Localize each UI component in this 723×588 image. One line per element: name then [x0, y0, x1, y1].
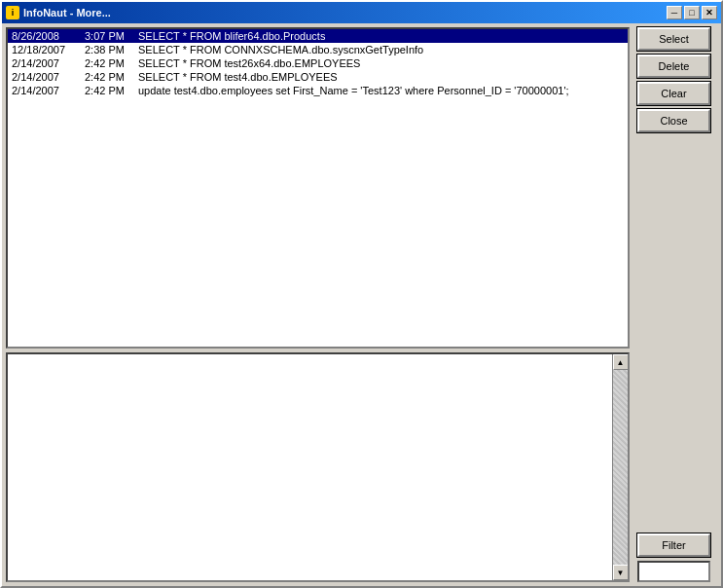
- spacer: [637, 136, 717, 530]
- close-window-button[interactable]: ✕: [702, 6, 717, 19]
- clear-button[interactable]: Clear: [637, 82, 710, 105]
- title-bar-text: i InfoNaut - More...: [6, 6, 111, 19]
- table-row[interactable]: 2/14/20072:42 PMSELECT * FROM test26x64.…: [8, 56, 628, 70]
- filter-input[interactable]: [637, 561, 710, 582]
- scroll-down-button[interactable]: ▼: [613, 565, 629, 580]
- minimize-button[interactable]: ─: [667, 6, 682, 19]
- main-window: i InfoNaut - More... ─ □ ✕ 8/26/20083:07…: [0, 0, 723, 588]
- detail-panel: ▲ ▼: [6, 352, 630, 582]
- sidebar: Select Delete Clear Close Filter: [633, 23, 721, 586]
- row-query: update test4.dbo.employees set First_Nam…: [134, 84, 628, 97]
- row-time: 2:38 PM: [81, 43, 134, 56]
- main-area: 8/26/20083:07 PMSELECT * FROM blifer64.d…: [2, 23, 633, 586]
- row-date: 2/14/2007: [8, 84, 81, 97]
- scroll-up-button[interactable]: ▲: [613, 354, 629, 370]
- row-query: SELECT * FROM test4.dbo.EMPLOYEES: [134, 70, 628, 84]
- app-icon: i: [6, 6, 19, 19]
- row-query: SELECT * FROM CONNXSCHEMA.dbo.syscnxGetT…: [134, 43, 628, 56]
- delete-button[interactable]: Delete: [637, 55, 710, 78]
- row-query: SELECT * FROM test26x64.dbo.EMPLOYEES: [134, 56, 628, 70]
- row-time: 3:07 PM: [81, 29, 134, 43]
- row-query: SELECT * FROM blifer64.dbo.Products: [134, 29, 628, 43]
- maximize-button[interactable]: □: [684, 6, 700, 19]
- row-date: 8/26/2008: [8, 29, 81, 43]
- table-row[interactable]: 12/18/20072:38 PMSELECT * FROM CONNXSCHE…: [8, 43, 628, 56]
- select-button[interactable]: Select: [637, 27, 710, 51]
- history-table: 8/26/20083:07 PMSELECT * FROM blifer64.d…: [8, 29, 628, 97]
- table-row[interactable]: 2/14/20072:42 PMupdate test4.dbo.employe…: [8, 84, 628, 97]
- scroll-track: [613, 370, 628, 565]
- row-time: 2:42 PM: [81, 84, 134, 97]
- title-bar-controls: ─ □ ✕: [667, 6, 717, 19]
- window-content: 8/26/20083:07 PMSELECT * FROM blifer64.d…: [2, 23, 721, 586]
- table-row[interactable]: 8/26/20083:07 PMSELECT * FROM blifer64.d…: [8, 29, 628, 43]
- detail-scrollbar: ▲ ▼: [612, 354, 628, 580]
- table-row[interactable]: 2/14/20072:42 PMSELECT * FROM test4.dbo.…: [8, 70, 628, 84]
- history-list-panel: 8/26/20083:07 PMSELECT * FROM blifer64.d…: [6, 27, 630, 349]
- close-button[interactable]: Close: [637, 109, 710, 132]
- row-time: 2:42 PM: [81, 70, 134, 84]
- list-scroll-area[interactable]: 8/26/20083:07 PMSELECT * FROM blifer64.d…: [8, 29, 628, 347]
- detail-content: [8, 354, 612, 580]
- row-date: 12/18/2007: [8, 43, 81, 56]
- row-date: 2/14/2007: [8, 56, 81, 70]
- row-date: 2/14/2007: [8, 70, 81, 84]
- filter-button[interactable]: Filter: [637, 533, 710, 557]
- title-bar: i InfoNaut - More... ─ □ ✕: [2, 2, 721, 23]
- row-time: 2:42 PM: [81, 56, 134, 70]
